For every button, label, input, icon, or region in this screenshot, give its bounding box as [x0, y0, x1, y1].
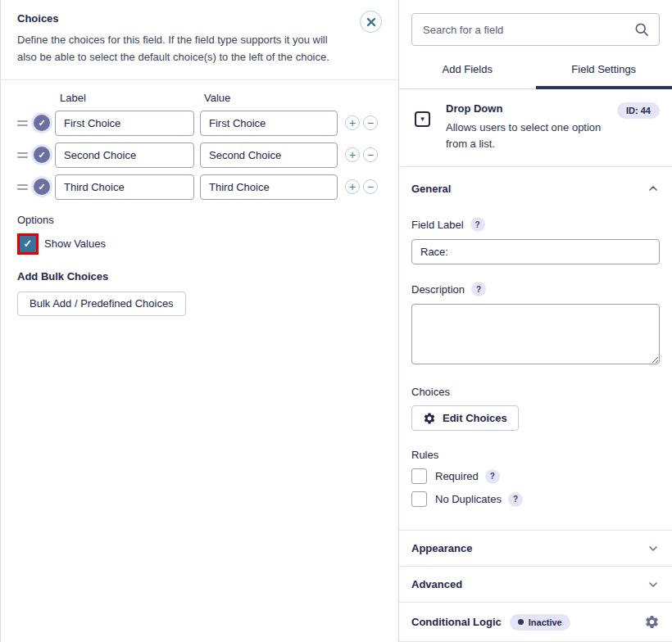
required-label: Required — [435, 470, 479, 482]
dropdown-field-icon: ▾ — [415, 111, 430, 127]
show-values-label: Show Values — [44, 237, 106, 250]
default-choice-check-icon[interactable]: ✓ — [34, 115, 50, 131]
add-choice-button[interactable]: + — [345, 147, 360, 162]
help-icon[interactable]: ? — [471, 282, 486, 296]
label-column-header: Label — [60, 92, 204, 104]
conditional-logic-title: Conditional Logic — [411, 616, 502, 628]
edit-choices-button[interactable]: Edit Choices — [411, 405, 519, 431]
description-label: Description — [411, 283, 465, 296]
sidebar-tabs: Add Fields Field Settings — [399, 58, 672, 89]
flyout-title: Choices — [17, 12, 341, 25]
help-icon[interactable]: ? — [485, 469, 500, 484]
annotation-highlight-box: ✓ — [17, 233, 39, 255]
flyout-header: Choices Define the choices for this fiel… — [1, 0, 398, 80]
field-id-badge: ID: 44 — [617, 102, 660, 119]
check-icon: ✓ — [24, 238, 33, 249]
close-flyout-button[interactable] — [360, 11, 382, 33]
help-icon[interactable]: ? — [470, 217, 485, 232]
plus-icon: + — [349, 148, 356, 161]
choice-row: ✓ + − — [17, 142, 382, 168]
search-icon — [633, 21, 650, 38]
field-type-description: Allows users to select one option from a… — [446, 120, 606, 152]
chevron-up-icon — [647, 182, 660, 195]
required-checkbox[interactable] — [411, 468, 427, 484]
tab-field-settings[interactable]: Field Settings — [536, 58, 672, 89]
minus-icon: − — [367, 116, 374, 129]
no-duplicates-rule-row: No Duplicates ? — [411, 491, 660, 507]
choices-setting-row: Choices — [411, 386, 660, 398]
choice-label-input[interactable] — [55, 174, 194, 200]
show-values-row: ✓ Show Values — [17, 233, 382, 255]
choice-row: ✓ + − — [17, 174, 382, 200]
remove-choice-button[interactable]: − — [363, 179, 378, 194]
drag-handle-icon[interactable] — [17, 152, 28, 158]
field-icon-column: ▾ — [411, 102, 446, 152]
general-section-header[interactable]: General — [411, 182, 660, 195]
value-column-header: Value — [204, 92, 342, 104]
search-box — [411, 13, 660, 46]
no-duplicates-checkbox[interactable] — [411, 491, 427, 507]
default-choice-check-icon[interactable]: ✓ — [34, 147, 50, 163]
search-input[interactable] — [411, 13, 660, 46]
gear-icon — [644, 614, 660, 630]
choices-setting-label: Choices — [411, 386, 450, 398]
flyout-body: Label Value ✓ + − ✓ + − — [1, 80, 398, 316]
choice-label-input[interactable] — [55, 142, 194, 168]
appearance-section-header[interactable]: Appearance — [399, 531, 672, 567]
drag-handle-icon[interactable] — [17, 184, 28, 190]
advanced-section-header[interactable]: Advanced — [399, 567, 672, 603]
close-icon — [366, 17, 376, 27]
appearance-title: Appearance — [411, 542, 472, 554]
add-choice-button[interactable]: + — [345, 179, 360, 194]
remove-choice-button[interactable]: − — [363, 115, 378, 130]
flyout-description: Define the choices for this field. If th… — [17, 32, 341, 66]
choice-value-input[interactable] — [200, 174, 338, 200]
choices-flyout-panel: Choices Define the choices for this fiel… — [0, 0, 398, 642]
choice-row: ✓ + − — [17, 111, 382, 136]
conditional-logic-settings-button[interactable] — [644, 614, 660, 630]
description-textarea[interactable] — [411, 304, 660, 364]
drag-handle-icon[interactable] — [17, 120, 28, 126]
remove-choice-button[interactable]: − — [363, 147, 378, 162]
tab-add-fields[interactable]: Add Fields — [399, 58, 536, 89]
form-editor-app: Choices Define the choices for this fiel… — [0, 0, 672, 642]
rules-label: Rules — [411, 449, 438, 461]
conditional-logic-row: Conditional Logic Inactive — [399, 603, 672, 642]
field-label-row: Field Label ? — [411, 217, 660, 232]
rules-row: Rules — [411, 449, 660, 461]
field-settings-sidebar: Add Fields Field Settings ▾ Drop Down Al… — [398, 0, 672, 642]
field-label-label: Field Label — [411, 219, 464, 231]
description-row: Description ? — [411, 282, 660, 296]
chevron-down-icon — [647, 578, 660, 591]
minus-icon: − — [367, 180, 374, 193]
search-section — [399, 0, 672, 46]
show-values-checkbox[interactable]: ✓ — [20, 236, 36, 252]
options-heading: Options — [17, 214, 382, 226]
plus-icon: + — [349, 116, 356, 129]
add-bulk-choices-heading: Add Bulk Choices — [17, 270, 382, 283]
status-dot-icon — [518, 619, 524, 625]
help-icon[interactable]: ? — [508, 492, 523, 507]
choice-label-input[interactable] — [55, 111, 194, 136]
status-text: Inactive — [529, 617, 562, 627]
choice-value-input[interactable] — [200, 111, 338, 136]
conditional-logic-status-badge: Inactive — [510, 614, 570, 631]
choice-value-input[interactable] — [200, 142, 338, 168]
plus-icon: + — [349, 180, 356, 193]
chevron-down-icon — [647, 542, 660, 555]
advanced-title: Advanced — [411, 578, 462, 590]
general-section: General Field Label ? Description ? Choi… — [399, 167, 672, 531]
field-label-input[interactable] — [411, 239, 660, 264]
required-rule-row: Required ? — [411, 468, 660, 484]
minus-icon: − — [367, 148, 374, 161]
selected-field-card: ▾ Drop Down Allows users to select one o… — [399, 89, 672, 167]
add-choice-button[interactable]: + — [345, 115, 360, 130]
no-duplicates-label: No Duplicates — [435, 493, 502, 505]
edit-choices-label: Edit Choices — [443, 412, 507, 424]
bulk-add-button[interactable]: Bulk Add / Predefined Choices — [17, 292, 186, 316]
default-choice-check-icon[interactable]: ✓ — [34, 179, 50, 195]
general-section-title: General — [411, 183, 451, 195]
gear-icon — [423, 412, 436, 425]
choice-column-headers: Label Value — [17, 92, 382, 104]
